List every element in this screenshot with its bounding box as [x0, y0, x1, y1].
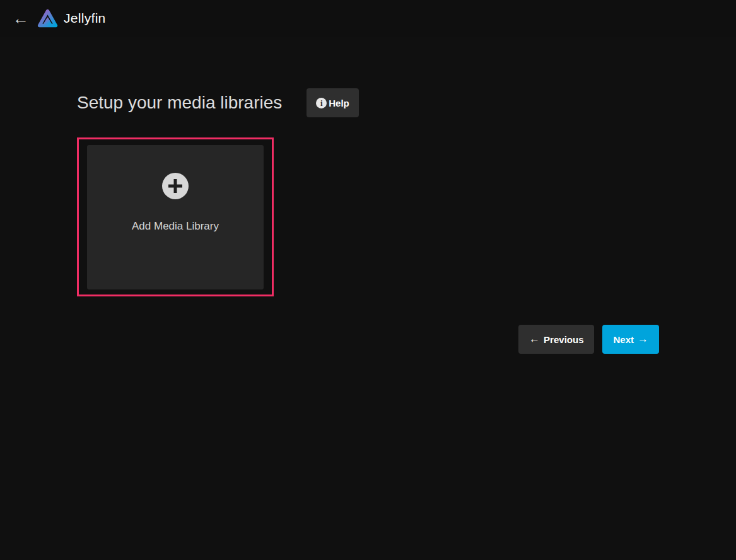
- add-media-library-label: Add Media Library: [132, 220, 219, 233]
- info-icon: i: [316, 98, 327, 108]
- top-app-bar: ← Jellyfin: [0, 0, 736, 37]
- arrow-right-icon: →: [638, 333, 648, 346]
- help-button-label: Help: [329, 98, 349, 108]
- next-button-label: Next: [613, 334, 634, 345]
- previous-button-label: Previous: [544, 334, 583, 345]
- back-arrow-icon: ←: [13, 10, 29, 26]
- back-button[interactable]: ←: [9, 6, 33, 30]
- jellyfin-logo-icon: [37, 8, 58, 29]
- page-title: Setup your media libraries: [77, 93, 282, 113]
- arrow-left-icon: ←: [529, 333, 540, 346]
- title-row: Setup your media libraries i Help: [77, 88, 659, 117]
- next-button[interactable]: Next →: [602, 325, 659, 354]
- help-button[interactable]: i Help: [307, 88, 359, 117]
- wizard-content: Setup your media libraries i Help Add Me…: [77, 37, 659, 354]
- app-title: Jellyfin: [64, 11, 106, 26]
- wizard-nav-row: ← Previous Next →: [77, 325, 659, 354]
- library-card-focus-border: Add Media Library: [77, 137, 274, 296]
- plus-icon: [162, 173, 189, 199]
- previous-button[interactable]: ← Previous: [518, 325, 594, 354]
- add-media-library-card[interactable]: Add Media Library: [87, 145, 264, 289]
